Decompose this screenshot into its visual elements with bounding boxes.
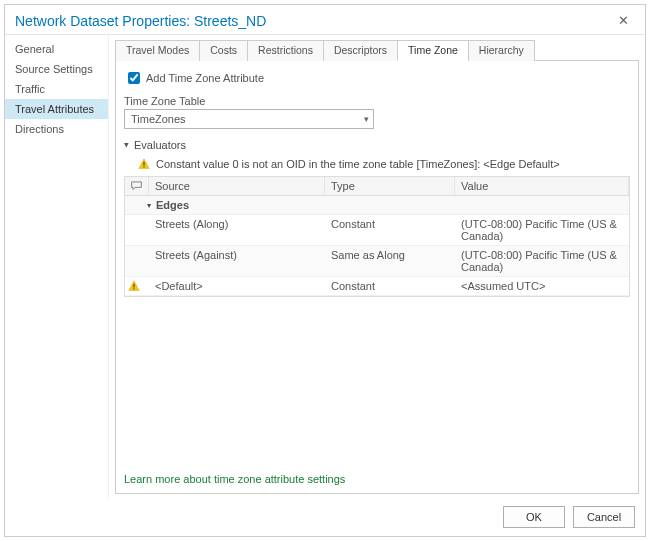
svg-rect-5: [133, 288, 134, 289]
row-value: (UTC-08:00) Pacific Time (US & Canada): [455, 215, 629, 245]
svg-rect-4: [133, 284, 134, 288]
tab-pane-time-zone: Add Time Zone Attribute Time Zone Table …: [115, 61, 639, 494]
warning-icon: [128, 280, 140, 292]
tab-strip: Travel Modes Costs Restrictions Descript…: [115, 39, 639, 61]
evaluators-header: Evaluators: [134, 139, 186, 151]
warning-text: Constant value 0 is not an OID in the ti…: [156, 158, 560, 170]
sidebar-item-traffic[interactable]: Traffic: [5, 79, 108, 99]
warning-row: Constant value 0 is not an OID in the ti…: [124, 155, 630, 176]
main-pane: Travel Modes Costs Restrictions Descript…: [109, 35, 645, 498]
row-type: Constant: [325, 277, 455, 295]
sidebar-item-source-settings[interactable]: Source Settings: [5, 59, 108, 79]
row-type: Constant: [325, 215, 455, 245]
table-row[interactable]: <Default> Constant <Assumed UTC>: [125, 277, 629, 296]
sidebar-item-travel-attributes[interactable]: Travel Attributes: [5, 99, 108, 119]
evaluators-expander[interactable]: ▸ Evaluators: [124, 139, 630, 151]
svg-rect-2: [143, 166, 144, 167]
row-status: [125, 246, 149, 276]
comment-icon: [131, 181, 142, 191]
time-zone-table-label: Time Zone Table: [124, 95, 630, 107]
dialog-window: Network Dataset Properties: Streets_ND ✕…: [4, 4, 646, 537]
row-value: (UTC-08:00) Pacific Time (US & Canada): [455, 246, 629, 276]
tab-descriptors[interactable]: Descriptors: [323, 40, 398, 61]
row-source: Streets (Against): [149, 246, 325, 276]
row-status: [125, 277, 149, 295]
time-zone-table-dropdown[interactable]: TimeZones ▾: [124, 109, 374, 129]
evaluators-content: Source Type Value ▸ Edges Streets (Along…: [124, 176, 630, 467]
tab-travel-modes[interactable]: Travel Modes: [115, 40, 200, 61]
row-value: <Assumed UTC>: [455, 277, 629, 295]
cancel-button[interactable]: Cancel: [573, 506, 635, 528]
chevron-down-icon: ▸: [145, 203, 154, 207]
title-bar: Network Dataset Properties: Streets_ND ✕: [5, 5, 645, 35]
sidebar-item-general[interactable]: General: [5, 39, 108, 59]
add-time-zone-checkbox[interactable]: [128, 72, 140, 84]
ok-button[interactable]: OK: [503, 506, 565, 528]
dropdown-value: TimeZones: [131, 113, 186, 125]
table-row[interactable]: Streets (Against) Same as Along (UTC-08:…: [125, 246, 629, 277]
window-title: Network Dataset Properties: Streets_ND: [15, 13, 266, 29]
grid-header-type[interactable]: Type: [325, 177, 455, 195]
chevron-down-icon: ▾: [364, 114, 369, 124]
learn-more-link[interactable]: Learn more about time zone attribute set…: [124, 467, 630, 485]
grid-header-status: [125, 177, 149, 195]
row-source: <Default>: [149, 277, 325, 295]
chevron-right-icon: ▸: [122, 143, 132, 148]
svg-rect-1: [143, 162, 144, 166]
close-icon[interactable]: ✕: [612, 11, 635, 30]
tab-hierarchy[interactable]: Hierarchy: [468, 40, 535, 61]
warning-icon: [138, 158, 150, 170]
checkbox-row: Add Time Zone Attribute: [124, 69, 630, 87]
dialog-body: General Source Settings Traffic Travel A…: [5, 35, 645, 498]
grid-header-value[interactable]: Value: [455, 177, 629, 195]
row-source: Streets (Along): [149, 215, 325, 245]
row-type: Same as Along: [325, 246, 455, 276]
grid-header: Source Type Value: [125, 177, 629, 196]
sidebar-item-directions[interactable]: Directions: [5, 119, 108, 139]
tab-restrictions[interactable]: Restrictions: [247, 40, 324, 61]
tab-costs[interactable]: Costs: [199, 40, 248, 61]
row-status: [125, 215, 149, 245]
grid-header-source[interactable]: Source: [149, 177, 325, 195]
grid-group-edges[interactable]: ▸ Edges: [125, 196, 629, 215]
table-row[interactable]: Streets (Along) Constant (UTC-08:00) Pac…: [125, 215, 629, 246]
evaluators-grid: Source Type Value ▸ Edges Streets (Along…: [124, 176, 630, 297]
dialog-footer: OK Cancel: [5, 498, 645, 536]
tab-time-zone[interactable]: Time Zone: [397, 40, 469, 61]
checkbox-label: Add Time Zone Attribute: [146, 72, 264, 84]
sidebar: General Source Settings Traffic Travel A…: [5, 35, 109, 498]
